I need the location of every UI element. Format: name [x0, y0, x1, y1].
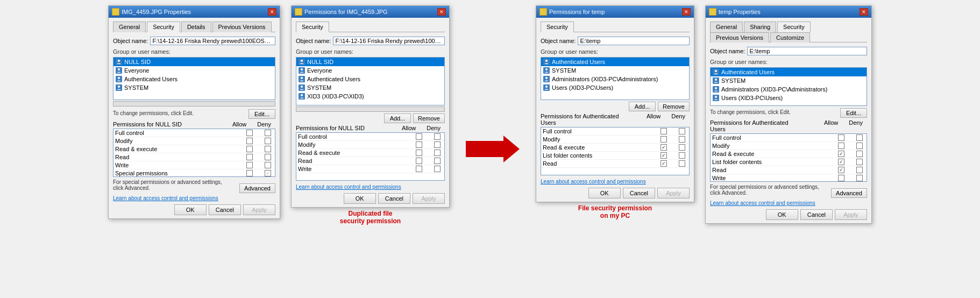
allow-checkbox[interactable] [246, 130, 253, 136]
deny-checkbox[interactable] [856, 167, 863, 173]
apply-button-4[interactable]: Apply [835, 209, 867, 220]
deny-checkbox[interactable] [434, 141, 441, 148]
deny-checkbox[interactable] [679, 128, 685, 134]
allow-checkbox[interactable] [416, 158, 422, 164]
users-list-4[interactable]: Authenticated Users SYSTEM Administrator… [710, 67, 867, 106]
list-item[interactable]: NULL SID [113, 58, 275, 66]
advanced-button-4[interactable]: Advanced [831, 188, 867, 198]
learn-link-2[interactable]: Learn about access control and permissio… [296, 184, 445, 190]
deny-checkbox[interactable] [679, 144, 685, 151]
close-icon-3[interactable]: ✕ [682, 8, 691, 16]
edit-button-1[interactable]: Edit... [248, 109, 275, 119]
allow-checkbox[interactable] [246, 138, 253, 144]
deny-checkbox[interactable] [856, 151, 863, 157]
tab-general-1[interactable]: General [113, 22, 146, 32]
deny-checkbox[interactable] [679, 152, 685, 159]
ok-button-1[interactable]: OK [174, 204, 207, 215]
deny-checkbox[interactable] [265, 146, 271, 152]
list-item[interactable]: Users (XID3-PC\Users) [541, 83, 689, 92]
deny-checkbox[interactable] [856, 175, 863, 181]
deny-checkbox[interactable] [265, 154, 271, 160]
add-button-3[interactable]: Add... [629, 102, 656, 111]
ok-button-2[interactable]: OK [344, 193, 376, 204]
deny-checkbox[interactable] [434, 150, 441, 156]
apply-button-1[interactable]: Apply [243, 204, 275, 215]
ok-button-3[interactable]: OK [588, 188, 621, 198]
list-item[interactable]: Users (XID3-PC\Users) [711, 94, 867, 102]
tab-sharing-4[interactable]: Sharing [744, 22, 776, 32]
learn-link-3[interactable]: Learn about access control and permissio… [541, 179, 690, 185]
list-item[interactable]: Administrators (XID3-PC\Administrators) [711, 85, 867, 94]
remove-button-3[interactable]: Remove [658, 102, 690, 111]
deny-checkbox[interactable] [434, 166, 441, 172]
allow-checkbox[interactable] [246, 146, 253, 152]
list-item[interactable]: Authenticated Users [113, 75, 275, 83]
allow-checkbox[interactable] [838, 143, 844, 149]
cancel-button-2[interactable]: Cancel [378, 193, 410, 204]
deny-checkbox[interactable] [265, 130, 271, 136]
deny-checkbox[interactable] [856, 143, 863, 149]
list-item[interactable]: SYSTEM [541, 66, 689, 75]
tab-prev-versions-1[interactable]: Previous Versions [212, 22, 272, 32]
deny-checkbox[interactable] [856, 134, 863, 141]
tab-details-1[interactable]: Details [181, 22, 211, 32]
deny-checkbox[interactable] [265, 170, 271, 176]
list-item[interactable]: SYSTEM [113, 83, 275, 92]
users-list-1[interactable]: NULL SID Everyone Authenticated Users SY… [113, 57, 275, 100]
allow-checkbox[interactable] [246, 154, 253, 160]
tab-customize-4[interactable]: Customize [770, 32, 810, 42]
allow-checkbox[interactable] [838, 134, 844, 141]
apply-button-3[interactable]: Apply [657, 188, 690, 198]
allow-checkbox[interactable] [661, 144, 667, 151]
allow-checkbox[interactable] [838, 159, 844, 165]
hscroll-1[interactable] [113, 101, 275, 107]
tab-security-2[interactable]: Security [296, 22, 329, 32]
apply-button-2[interactable]: Apply [413, 193, 445, 204]
deny-checkbox[interactable] [434, 158, 441, 164]
hscroll-2[interactable] [296, 107, 445, 112]
users-list-2[interactable]: NULL SID Everyone Authenticated Users SY… [296, 57, 445, 105]
allow-checkbox[interactable] [838, 175, 844, 181]
list-item[interactable]: NULL SID [296, 58, 444, 66]
users-list-3[interactable]: Authenticated Users SYSTEM Administrator… [541, 57, 690, 100]
list-item[interactable]: Everyone [113, 66, 275, 75]
learn-link-1[interactable]: Learn about access control and permissio… [113, 195, 275, 201]
deny-checkbox[interactable] [434, 133, 441, 140]
tab-security-1[interactable]: Security [147, 22, 180, 32]
list-item[interactable]: XID3 (XID3-PC\XID3) [296, 92, 444, 101]
deny-checkbox[interactable] [265, 162, 271, 168]
allow-checkbox[interactable] [661, 152, 667, 159]
close-icon-1[interactable]: ✕ [268, 8, 276, 16]
edit-button-4[interactable]: Edit... [840, 108, 867, 118]
cancel-button-1[interactable]: Cancel [209, 204, 241, 215]
tab-security-3[interactable]: Security [541, 22, 574, 32]
allow-checkbox[interactable] [416, 166, 422, 172]
remove-button-2[interactable]: Remove [413, 113, 445, 123]
list-item[interactable]: SYSTEM [711, 76, 867, 85]
list-item[interactable]: Authenticated Users [541, 58, 689, 66]
cancel-button-3[interactable]: Cancel [623, 188, 655, 198]
allow-checkbox[interactable] [838, 167, 844, 173]
close-icon-2[interactable]: ✕ [437, 8, 446, 16]
close-icon-4[interactable]: ✕ [860, 8, 868, 16]
list-item[interactable]: SYSTEM [296, 83, 444, 92]
deny-checkbox[interactable] [679, 136, 685, 143]
cancel-button-4[interactable]: Cancel [800, 209, 833, 220]
tab-security-4[interactable]: Security [777, 22, 811, 32]
list-item[interactable]: Authenticated Users [711, 68, 867, 76]
allow-checkbox[interactable] [246, 162, 253, 168]
allow-checkbox[interactable] [416, 141, 422, 148]
tab-general-4[interactable]: General [710, 22, 743, 32]
allow-checkbox[interactable] [661, 160, 667, 167]
allow-checkbox[interactable] [838, 151, 844, 157]
list-item[interactable]: Authenticated Users [296, 75, 444, 83]
tab-prev-versions-4[interactable]: Previous Versions [710, 32, 769, 42]
deny-checkbox[interactable] [679, 160, 685, 167]
deny-checkbox[interactable] [856, 159, 863, 165]
allow-checkbox[interactable] [661, 128, 667, 134]
advanced-button-1[interactable]: Advanced [239, 183, 275, 193]
deny-checkbox[interactable] [265, 138, 271, 144]
learn-link-4[interactable]: Learn about access control and permissio… [710, 200, 867, 206]
allow-checkbox[interactable] [661, 136, 667, 143]
allow-checkbox[interactable] [246, 170, 253, 176]
